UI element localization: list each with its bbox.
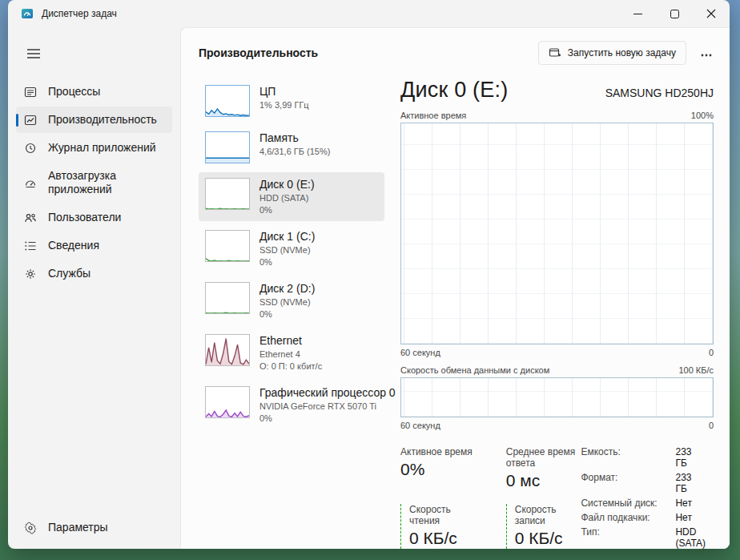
sidebar-item-label: Пользователи [48, 211, 121, 224]
sidebar-item-details[interactable]: Сведения [16, 232, 172, 259]
stat-avg-response-time: Среднее время ответа 0 мс [506, 446, 581, 491]
gpu-graph-thumbnail [205, 386, 250, 418]
ethernet-graph-thumbnail [205, 334, 250, 366]
sidebar-item-label: Параметры [48, 521, 108, 534]
perf-item-disk0[interactable]: Диск 0 (E:) HDD (SATA) 0% [199, 172, 384, 221]
perf-item-ethernet[interactable]: Ethernet Ethernet 4 О: 0 П: 0 кбит/с [199, 328, 384, 377]
sidebar-item-services[interactable]: Службы [16, 260, 172, 287]
run-task-icon [549, 46, 561, 59]
stat-write-speed: Скорость записи 0 КБ/с [506, 504, 581, 549]
performance-resource-list: ЦП 1% 3,99 ГГц Память 4,6/31,6 ГБ (15%) [191, 76, 389, 549]
disk-stats: Активное время 0% Среднее время ответа 0… [400, 446, 581, 549]
sidebar-item-processes[interactable]: Процессы [16, 79, 172, 105]
sidebar-item-users[interactable]: Пользователи [16, 204, 172, 231]
services-gear-icon [24, 268, 37, 280]
close-button[interactable] [693, 0, 730, 27]
sidebar: Процессы Производительность Журнал прило… [8, 27, 180, 549]
details-list-icon [24, 240, 37, 252]
perf-item-cpu[interactable]: ЦП 1% 3,99 ГГц [199, 79, 384, 123]
maximize-button[interactable] [656, 0, 693, 27]
active-time-chart-max: 100% [691, 111, 714, 120]
disk2-graph-thumbnail [205, 282, 250, 314]
history-clock-icon [24, 142, 37, 155]
app-icon [21, 7, 34, 20]
performance-icon [24, 114, 37, 127]
disk-detail-panel: Диск 0 (E:) SAMSUNG HD250HJ Активное вре… [389, 76, 717, 549]
more-options-button[interactable] [694, 42, 718, 64]
transfer-chart-max: 100 КБ/с [678, 365, 714, 375]
perf-item-gpu[interactable]: Графический процессор 0 NVIDIA GeForce R… [199, 381, 384, 429]
perf-item-disk2[interactable]: Диск 2 (D:) SSD (NVMe) 0% [199, 276, 384, 325]
transfer-chart-label: Скорость обмена данными с диском [400, 365, 549, 375]
run-new-task-button[interactable]: Запустить новую задачу [538, 41, 686, 65]
sidebar-item-label: Службы [48, 267, 90, 280]
window-title: Диспетчер задач [42, 8, 117, 19]
page-title: Производительность [199, 46, 318, 59]
startup-gauge-icon [24, 176, 37, 189]
sidebar-item-settings[interactable]: Параметры [16, 514, 172, 541]
transfer-rate-chart [400, 377, 714, 417]
active-time-chart [400, 123, 714, 344]
active-time-axis-right: 0 [709, 348, 714, 357]
transfer-axis-left: 60 секунд [400, 421, 440, 430]
transfer-axis-right: 0 [709, 421, 714, 430]
disk0-graph-thumbnail [205, 178, 250, 210]
cpu-graph-thumbnail [205, 85, 250, 117]
sidebar-item-startup-apps[interactable]: Автозагрузка приложений [16, 163, 172, 203]
detail-title: Диск 0 (E:) [400, 78, 508, 103]
sidebar-item-label: Автозагрузка приложений [48, 169, 160, 196]
active-time-chart-label: Активное время [400, 111, 466, 120]
main-panel: Производительность Запустить новую задач… [180, 27, 730, 549]
stat-active-time: Активное время 0% [400, 446, 476, 491]
perf-item-memory[interactable]: Память 4,6/31,6 ГБ (15%) [199, 126, 384, 169]
minimize-button[interactable] [619, 0, 656, 27]
stat-read-speed: Скорость чтения 0 КБ/с [400, 504, 476, 549]
sidebar-item-performance[interactable]: Производительность [16, 107, 172, 133]
gear-icon [24, 522, 37, 534]
memory-graph-thumbnail [205, 131, 250, 163]
run-task-label: Запустить новую задачу [568, 47, 676, 58]
disk-properties: Емкость: 233 ГБ Формат: 233 ГБ Системный… [581, 446, 706, 549]
processes-icon [24, 86, 37, 99]
users-icon [24, 212, 37, 224]
task-manager-window: Диспетчер задач [8, 0, 730, 549]
sidebar-item-app-history[interactable]: Журнал приложений [16, 135, 172, 161]
sidebar-item-label: Производительность [48, 113, 157, 127]
active-time-axis-left: 60 секунд [400, 348, 440, 357]
titlebar[interactable]: Диспетчер задач [8, 0, 730, 27]
sidebar-item-label: Журнал приложений [48, 141, 156, 155]
perf-item-disk1[interactable]: Диск 1 (C:) SSD (NVMe) 0% [199, 224, 384, 273]
device-name: SAMSUNG HD250HJ [605, 87, 714, 103]
sidebar-item-label: Сведения [48, 239, 99, 252]
menu-toggle-button[interactable] [19, 40, 48, 67]
sidebar-item-label: Процессы [48, 85, 100, 99]
disk1-graph-thumbnail [205, 230, 250, 262]
